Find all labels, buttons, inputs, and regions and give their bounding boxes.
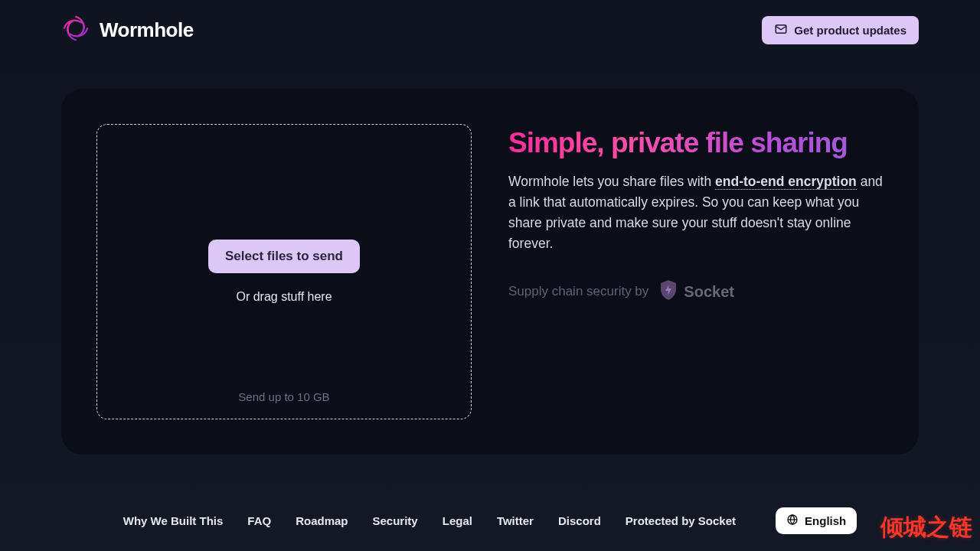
socket-prefix: Supply chain security by (508, 284, 648, 299)
footer-link-roadmap[interactable]: Roadmap (296, 514, 348, 527)
socket-attribution[interactable]: Supply chain security by Socket (508, 279, 884, 305)
get-updates-button[interactable]: Get product updates (762, 16, 919, 44)
drag-hint: Or drag stuff here (236, 290, 332, 304)
select-files-label: Select files to send (225, 249, 343, 263)
main-panel: Select files to send Or drag stuff here … (61, 89, 919, 455)
socket-name: Socket (684, 283, 734, 301)
e2e-encryption-link[interactable]: end-to-end encryption (715, 174, 857, 190)
size-limit: Send up to 10 GB (97, 390, 471, 403)
watermark: 倾城之链 (880, 512, 972, 543)
shield-icon (659, 279, 678, 305)
footer-link-security[interactable]: Security (373, 514, 418, 527)
brand-name: Wormhole (100, 18, 194, 42)
footer-link-twitter[interactable]: Twitter (497, 514, 534, 527)
mail-icon (774, 22, 788, 38)
select-files-button[interactable]: Select files to send (208, 240, 360, 273)
file-dropzone[interactable]: Select files to send Or drag stuff here … (96, 124, 472, 419)
info-column: Simple, private file sharing Wormhole le… (508, 124, 884, 419)
page-heading: Simple, private file sharing (508, 127, 884, 159)
description: Wormhole lets you share files with end-t… (508, 171, 884, 255)
get-updates-label: Get product updates (794, 24, 906, 37)
footer: Why We Built This FAQ Roadmap Security L… (0, 494, 980, 551)
language-label: English (805, 514, 846, 527)
brand[interactable]: Wormhole (61, 14, 194, 46)
footer-link-legal[interactable]: Legal (443, 514, 472, 527)
language-button[interactable]: English (776, 507, 857, 534)
footer-link-discord[interactable]: Discord (558, 514, 601, 527)
footer-link-faq[interactable]: FAQ (247, 514, 271, 527)
logo-swirl-icon (61, 14, 90, 46)
globe-icon (786, 514, 799, 528)
desc-pre: Wormhole lets you share files with (508, 174, 715, 189)
footer-link-why[interactable]: Why We Built This (123, 514, 224, 527)
footer-link-socket[interactable]: Protected by Socket (626, 514, 736, 527)
